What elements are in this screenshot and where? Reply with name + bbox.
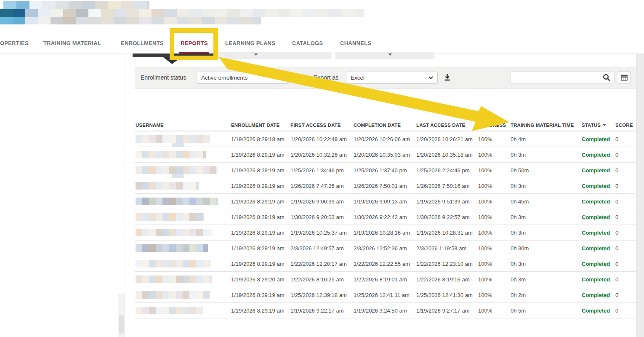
active-tab-underline <box>179 52 209 53</box>
first-access-date-cell: 1/19/2026 9:06:39 am <box>290 198 354 205</box>
tab-enrollments[interactable]: ENROLLMENTS <box>121 40 164 46</box>
col-header-username[interactable]: USERNAME <box>135 123 231 128</box>
status-cell: Completed <box>582 261 615 267</box>
page-right-margin <box>636 54 644 337</box>
redacted-header-line-3 <box>0 17 261 24</box>
enrollment-date-cell: 1/19/2026 8:29:19 am <box>231 183 290 189</box>
col-header-progress[interactable]: PROGRESS <box>478 123 511 128</box>
active-subtab-pointer <box>163 57 181 64</box>
status-cell: Completed <box>582 167 615 174</box>
first-access-date-cell: 1/19/2026 10:25:37 am <box>290 230 354 236</box>
username-cell-redacted <box>135 131 231 147</box>
completion-date-cell: 1/22/2026 8:19:01 am <box>354 276 416 283</box>
training-material-time-cell: 0h 30m <box>511 245 582 251</box>
export-format-select[interactable]: Excel <box>346 72 438 84</box>
progress-cell: 100% <box>478 292 511 298</box>
first-access-date-cell: 1/26/2026 7:47:26 am <box>290 183 354 189</box>
username-cell-redacted <box>135 178 231 194</box>
completion-date-cell: 1/25/2026 12:41:11 am <box>354 292 416 298</box>
score-cell: 0 <box>615 183 636 189</box>
col-header-last-access[interactable]: LAST ACCESS DATE <box>416 123 478 128</box>
progress-cell: 100% <box>478 167 511 174</box>
status-cell: Completed <box>582 198 615 205</box>
enrollment-status-select[interactable]: Active enrollments <box>197 72 289 84</box>
completion-date-cell: 1/19/2026 9:09:13 am <box>354 198 416 205</box>
completion-date-cell: 1/25/2026 1:37:40 pm <box>354 167 416 174</box>
tab-learning-plans[interactable]: LEARNING PLANS <box>225 40 275 46</box>
tab-channels[interactable]: CHANNELS <box>340 40 371 46</box>
table-row[interactable]: 1/19/2026 8:29:19 am 1/19/2026 9:22:17 a… <box>135 303 636 318</box>
enrollment-date-cell: 1/19/2026 8:29:19 am <box>231 308 290 314</box>
tab-catalogs[interactable]: CATALOGS <box>292 40 323 46</box>
enrollment-status-label: Enrollment status <box>141 74 186 81</box>
completion-date-cell: 1/19/2026 9:24:50 am <box>354 308 416 314</box>
score-cell: 0 <box>615 214 636 220</box>
enrollment-status-value: Active enrollments <box>201 75 279 81</box>
first-access-date-cell: 2/3/2026 12:49:57 am <box>290 245 354 251</box>
last-access-date-cell: 1/19/2026 9:27:17 am <box>416 308 478 314</box>
score-cell: 0 <box>615 276 636 283</box>
tab-properties[interactable]: OPERTIES <box>0 40 29 46</box>
enrollment-date-cell: 1/19/2026 8:29:18 am <box>231 136 290 142</box>
progress-cell: 100% <box>478 230 511 236</box>
table-row[interactable]: 1/19/2026 8:29:18 am 1/20/2026 10:22:49 … <box>135 131 636 147</box>
subtab-remnant-left <box>210 52 331 59</box>
table-row[interactable]: 1/19/2026 8:29:19 am 1/19/2026 10:25:37 … <box>135 225 636 241</box>
table-row[interactable]: 1/19/2026 8:29:19 am 1/30/2026 9:20:03 a… <box>135 209 636 225</box>
export-format-value: Excel <box>351 75 428 81</box>
training-material-time-cell: 0h 3m <box>511 230 582 236</box>
tab-reports[interactable]: REPORTS <box>181 40 208 46</box>
enrollment-date-cell: 1/19/2026 8:29:19 am <box>231 198 290 205</box>
score-cell: 0 <box>615 292 636 298</box>
table-row[interactable]: 1/19/2026 8:29:19 am 1/22/2026 12:20:17 … <box>135 256 636 272</box>
chevron-down-icon <box>428 76 433 79</box>
first-access-date-cell: 1/25/2026 1:34:46 pm <box>290 167 354 174</box>
completion-date-cell: 1/22/2026 12:22:55 am <box>354 261 416 267</box>
enrollment-date-cell: 1/19/2026 8:29:19 am <box>231 261 290 267</box>
completion-date-cell: 1/30/2026 9:22:42 am <box>354 214 416 220</box>
tab-training-material[interactable]: TRAINING MATERIAL <box>43 40 101 46</box>
col-header-first-access[interactable]: FIRST ACCESS DATE <box>290 123 354 128</box>
chevron-down-icon <box>254 53 258 56</box>
training-material-time-cell: 0h 4m <box>511 136 582 142</box>
first-access-date-cell: 1/25/2026 12:39:18 am <box>290 292 354 298</box>
training-material-time-cell: 0h 3m <box>511 261 582 267</box>
col-header-training-time[interactable]: TRAINING MATERIAL TIME <box>511 123 582 128</box>
column-manager-button[interactable] <box>618 71 631 84</box>
col-header-score[interactable]: SCORE <box>615 123 636 128</box>
table-body: 1/19/2026 8:29:18 am 1/20/2026 10:22:49 … <box>135 131 636 318</box>
username-cell-redacted <box>135 147 231 163</box>
username-cell-redacted <box>135 287 231 303</box>
last-access-date-cell: 1/25/2026 12:41:30 am <box>416 292 478 298</box>
enrollment-date-cell: 1/19/2026 8:29:19 am <box>231 167 290 174</box>
search-icon[interactable] <box>603 74 611 83</box>
last-access-date-cell: 1/22/2026 8:19:16 am <box>416 276 478 283</box>
col-header-status[interactable]: STATUS <box>582 123 615 128</box>
table-row[interactable]: 1/19/2026 8:29:19 am 1/26/2026 7:47:26 a… <box>135 178 636 194</box>
enrollment-date-cell: 1/19/2026 8:29:19 am <box>231 292 290 298</box>
table-row[interactable]: 1/19/2026 8:29:19 am 1/25/2026 12:39:18 … <box>135 287 636 303</box>
username-cell-redacted <box>135 163 231 178</box>
enrollment-date-cell: 1/19/2026 8:29:19 am <box>231 214 290 220</box>
col-header-completion-date[interactable]: COMPLETION DATE <box>354 123 416 128</box>
table-row[interactable]: 1/19/2026 8:29:19 am 2/3/2026 12:49:57 a… <box>135 241 636 256</box>
status-cell: Completed <box>582 230 615 236</box>
scrollbar-thumb[interactable] <box>119 315 124 334</box>
download-button[interactable] <box>443 73 451 83</box>
col-header-enrollment-date[interactable]: ENROLLMENT DATE <box>231 123 290 128</box>
status-cell: Completed <box>582 136 615 142</box>
last-access-date-cell: 1/20/2026 10:35:18 am <box>416 152 478 158</box>
table-row[interactable]: 1/19/2026 8:29:20 am 1/22/2026 8:16:25 a… <box>135 272 636 287</box>
progress-cell: 100% <box>478 152 511 158</box>
subtab-remnant-right <box>335 52 434 59</box>
status-cell: Completed <box>582 214 615 220</box>
table-row[interactable]: 1/19/2026 8:29:19 am 1/19/2026 9:06:39 a… <box>135 194 636 209</box>
table-row[interactable]: 1/19/2026 8:29:19 am 1/25/2026 1:34:46 p… <box>135 163 636 178</box>
last-access-date-cell: 1/20/2026 10:26:21 am <box>416 136 478 142</box>
search-input[interactable] <box>514 72 600 83</box>
table-header-row: USERNAME ENROLLMENT DATE FIRST ACCESS DA… <box>135 119 636 131</box>
status-cell: Completed <box>582 152 615 158</box>
progress-cell: 100% <box>478 245 511 251</box>
enrollment-date-cell: 1/19/2026 8:29:19 am <box>231 245 290 251</box>
table-row[interactable]: 1/19/2026 8:29:19 am 1/20/2026 10:32:26 … <box>135 147 636 163</box>
